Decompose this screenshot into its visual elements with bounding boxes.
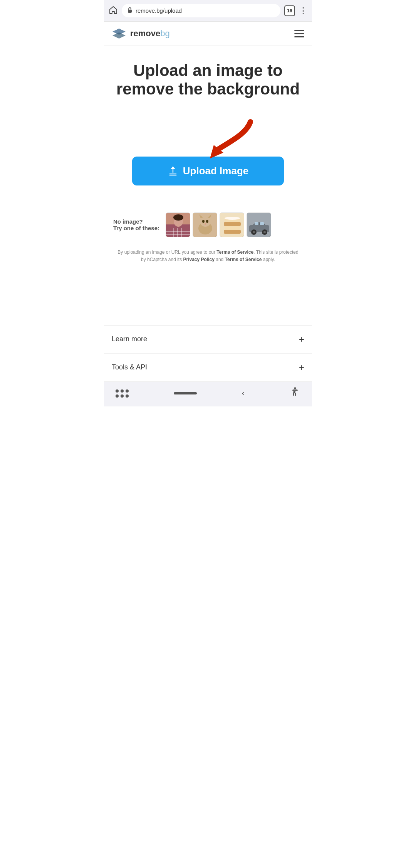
bottom-nav-bar: ‹ — [104, 382, 312, 406]
logo-text: removebg — [130, 29, 170, 39]
hamburger-menu[interactable] — [294, 30, 304, 37]
svg-rect-24 — [224, 230, 241, 234]
back-button[interactable]: ‹ — [242, 388, 245, 398]
svg-rect-0 — [128, 10, 132, 13]
footer-section: Learn more + Tools & API + — [104, 325, 312, 382]
expand-icon: + — [299, 334, 304, 345]
sample-image-food[interactable] — [220, 212, 244, 237]
tab-count[interactable]: 16 — [284, 5, 295, 16]
svg-point-36 — [263, 231, 266, 233]
home-pill[interactable] — [174, 392, 197, 394]
accessibility-icon[interactable] — [290, 387, 300, 400]
svg-point-35 — [253, 231, 255, 233]
logo[interactable]: removebg — [112, 28, 170, 39]
footer-item-learn-more[interactable]: Learn more + — [104, 325, 312, 354]
upload-image-button[interactable]: Upload Image — [132, 157, 284, 185]
tos-link[interactable]: Terms of Service — [216, 249, 253, 255]
svg-rect-31 — [255, 222, 258, 225]
svg-rect-4 — [169, 174, 176, 174]
apps-grid-icon[interactable] — [116, 389, 129, 398]
sample-image-car[interactable] — [247, 212, 271, 237]
upload-section: Upload Image — [113, 118, 303, 185]
url-text: remove.bg/upload — [136, 7, 182, 14]
sample-image-person[interactable] — [166, 212, 190, 237]
lock-icon — [127, 7, 133, 14]
try-label: No image? Try one of these: — [113, 218, 159, 231]
svg-rect-25 — [225, 226, 240, 230]
page-headline: Upload an image to remove the background — [113, 61, 303, 99]
svg-rect-5 — [169, 175, 176, 176]
svg-point-9 — [173, 214, 183, 221]
svg-point-37 — [294, 387, 296, 389]
privacy-link[interactable]: Privacy Policy — [183, 257, 215, 262]
terms-text: By uploading an image or URL you agree t… — [113, 241, 303, 267]
upload-icon — [168, 165, 178, 176]
browser-chrome: remove.bg/upload 16 ⋮ — [104, 0, 312, 22]
svg-rect-32 — [260, 222, 264, 225]
try-samples-section: No image? Try one of these: — [113, 205, 303, 241]
main-content: Upload an image to remove the background… — [104, 46, 312, 325]
svg-point-20 — [202, 220, 205, 223]
svg-point-21 — [206, 220, 208, 223]
address-bar[interactable]: remove.bg/upload — [122, 4, 280, 17]
tos-link-2[interactable]: Terms of Service — [225, 257, 262, 262]
svg-marker-2 — [112, 32, 126, 39]
navbar: removebg — [104, 22, 312, 46]
footer-item-tools-api[interactable]: Tools & API + — [104, 354, 312, 382]
expand-icon-2: + — [299, 362, 304, 373]
home-icon[interactable] — [109, 5, 118, 16]
sample-image-cat[interactable] — [193, 212, 217, 237]
arrow-decoration — [113, 118, 303, 160]
more-menu-icon[interactable]: ⋮ — [299, 6, 307, 16]
sample-images-row — [166, 212, 271, 237]
svg-rect-26 — [224, 222, 241, 226]
svg-point-28 — [225, 217, 240, 220]
logo-icon — [112, 28, 126, 39]
